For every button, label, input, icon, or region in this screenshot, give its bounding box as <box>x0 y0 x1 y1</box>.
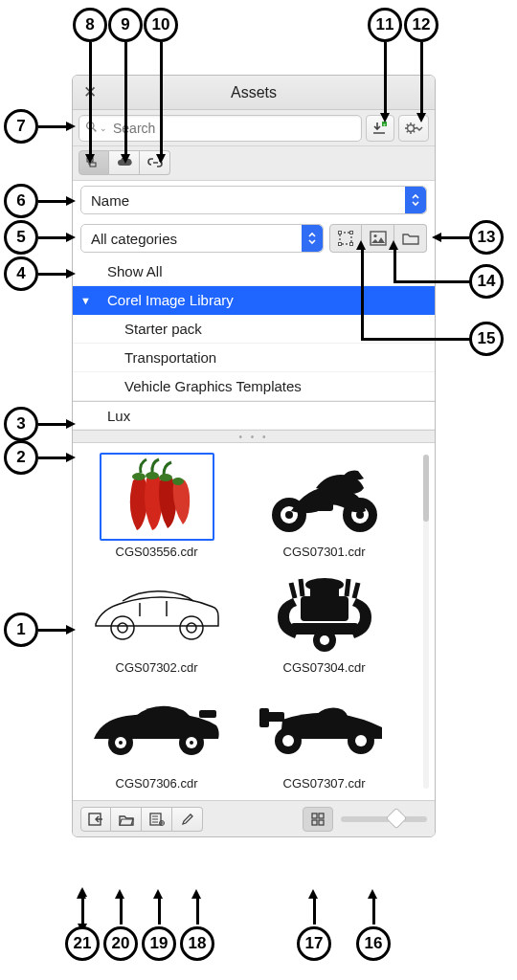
svg-point-30 <box>285 511 293 519</box>
tree-node-transportation[interactable]: Transportation <box>73 344 435 372</box>
svg-line-13 <box>414 123 415 124</box>
asset-filename: CGS03556.cdr <box>116 545 198 559</box>
svg-point-36 <box>118 623 127 633</box>
svg-point-60 <box>355 735 367 746</box>
category-select[interactable]: All categories <box>80 224 324 253</box>
svg-line-1 <box>93 128 96 131</box>
callout-5: 5 <box>4 220 38 255</box>
svg-line-12 <box>407 130 408 131</box>
callout-11: 11 <box>368 8 402 42</box>
svg-rect-21 <box>350 243 353 246</box>
filter-folder-button[interactable] <box>394 224 427 253</box>
callout-10: 10 <box>144 8 178 42</box>
tree-node-show-all[interactable]: Show All <box>73 257 435 286</box>
svg-rect-20 <box>339 243 342 246</box>
svg-line-11 <box>414 130 415 131</box>
svg-rect-69 <box>319 813 324 818</box>
callout-8: 8 <box>73 8 107 42</box>
import-button[interactable] <box>80 807 111 832</box>
search-input-container[interactable]: ⌄ <box>79 115 362 142</box>
thumbnail-view-button[interactable] <box>303 807 333 832</box>
callout-7: 7 <box>4 109 38 144</box>
assets-panel: ✕ Assets ⌄ + <box>72 75 436 837</box>
asset-filename: CGS07307.cdr <box>283 776 366 791</box>
svg-point-37 <box>180 616 203 639</box>
callout-20: 20 <box>103 926 138 961</box>
asset-cell[interactable]: CGS07301.cdr <box>250 453 398 559</box>
svg-point-44 <box>320 635 329 645</box>
asset-cell[interactable]: CGS07306.cdr <box>82 684 231 791</box>
scrollbar[interactable] <box>423 455 429 789</box>
sort-row: Name <box>73 181 435 219</box>
svg-rect-68 <box>312 813 317 818</box>
svg-point-26 <box>159 474 172 481</box>
svg-rect-41 <box>301 596 348 621</box>
folder-tree: Show All ▼ Corel Image Library Starter p… <box>73 257 435 430</box>
svg-rect-61 <box>259 708 269 727</box>
asset-cell[interactable]: CGS07307.cdr <box>250 684 398 791</box>
asset-filename: CGS07306.cdr <box>116 776 198 791</box>
chevron-down-icon[interactable]: ⌄ <box>100 123 107 133</box>
disclose-down-icon[interactable]: ▼ <box>80 295 91 306</box>
asset-cell[interactable]: CGS07304.cdr <box>250 568 398 675</box>
callout-14: 14 <box>469 264 504 299</box>
callout-21: 21 <box>65 926 100 961</box>
search-input[interactable] <box>113 121 355 136</box>
svg-rect-34 <box>304 498 333 511</box>
svg-line-46 <box>301 579 303 596</box>
svg-rect-49 <box>199 710 216 718</box>
slider-knob[interactable] <box>385 807 407 829</box>
svg-point-38 <box>187 623 196 633</box>
svg-line-47 <box>347 579 348 596</box>
asset-filename: CGS07302.cdr <box>116 660 198 675</box>
svg-point-24 <box>132 473 146 480</box>
svg-rect-19 <box>350 232 353 234</box>
zoom-slider[interactable] <box>341 816 427 822</box>
source-linked-button[interactable] <box>140 150 170 175</box>
stepper-icon <box>302 225 323 252</box>
asset-cell[interactable]: CGS07302.cdr <box>82 568 231 675</box>
svg-point-55 <box>190 741 193 745</box>
callout-16: 16 <box>356 926 391 961</box>
callout-9: 9 <box>108 8 143 42</box>
sort-select-label: Name <box>81 192 405 209</box>
resize-gripper[interactable]: • • • <box>73 430 435 443</box>
callout-4: 4 <box>4 256 38 291</box>
stepper-icon <box>405 187 426 213</box>
tree-node-vehicle-graphics-templates[interactable]: Vehicle Graphics Templates <box>73 372 435 401</box>
tree-node-corel-image-library[interactable]: ▼ Corel Image Library <box>73 286 435 315</box>
sort-select[interactable]: Name <box>80 186 427 214</box>
svg-line-48 <box>354 583 358 598</box>
callout-1: 1 <box>4 612 38 647</box>
svg-point-23 <box>373 234 376 237</box>
category-select-label: All categories <box>81 231 302 247</box>
footer-button-group <box>80 807 203 832</box>
svg-rect-40 <box>310 585 339 598</box>
svg-point-52 <box>119 741 123 745</box>
svg-point-5 <box>408 124 415 131</box>
callout-19: 19 <box>142 926 176 961</box>
callout-18: 18 <box>180 926 214 961</box>
svg-rect-71 <box>319 820 324 825</box>
edit-button[interactable] <box>172 807 203 832</box>
asset-filename: CGS07304.cdr <box>283 660 366 675</box>
callout-12: 12 <box>404 8 438 42</box>
svg-point-27 <box>172 478 184 485</box>
tree-node-lux[interactable]: Lux <box>73 401 435 430</box>
svg-point-35 <box>111 616 134 639</box>
properties-button[interactable] <box>142 807 172 832</box>
svg-line-45 <box>291 583 295 598</box>
callout-3: 3 <box>4 407 38 441</box>
callout-13: 13 <box>469 220 504 255</box>
asset-cell[interactable]: CGS03556.cdr <box>82 453 231 559</box>
open-button[interactable] <box>111 807 142 832</box>
asset-filename: CGS07301.cdr <box>283 545 366 559</box>
svg-rect-70 <box>312 820 317 825</box>
callout-2: 2 <box>4 440 38 475</box>
callout-15: 15 <box>469 322 504 356</box>
callout-17: 17 <box>297 926 331 961</box>
footer <box>73 800 435 836</box>
category-row: All categories <box>73 219 435 257</box>
scrollbar-thumb[interactable] <box>423 455 429 522</box>
svg-line-10 <box>407 123 408 124</box>
